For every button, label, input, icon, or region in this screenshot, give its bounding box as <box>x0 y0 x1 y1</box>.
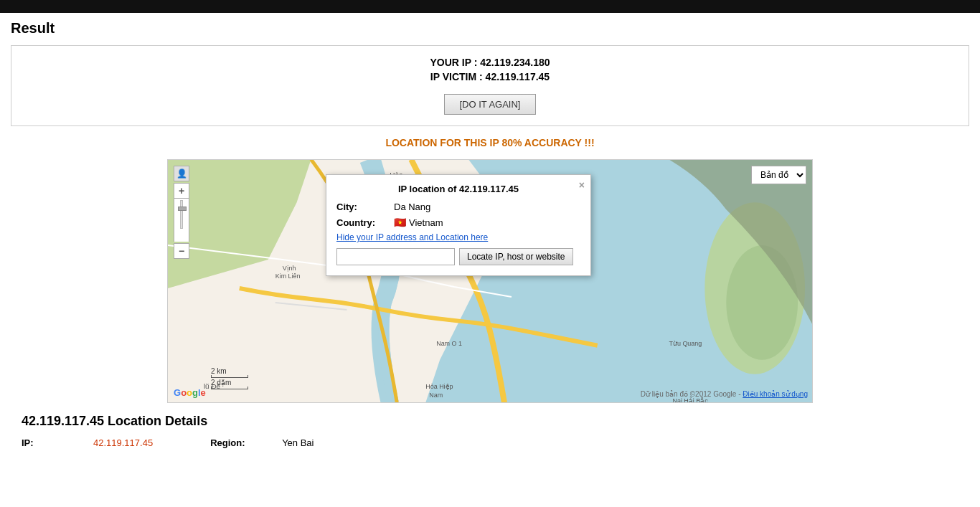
city-label: City: <box>336 202 394 212</box>
details-columns: IP: 42.119.117.45 Region: Yen Bai <box>22 437 958 448</box>
location-title: 42.119.117.45 Location Details <box>22 414 958 429</box>
svg-text:Hòa Hiệp: Hòa Hiệp <box>425 383 453 390</box>
details-col-right: Region: Yen Bai <box>210 437 314 448</box>
locate-row: Locate IP, host or website <box>336 248 580 265</box>
scale-m: 2 dặm <box>211 379 248 387</box>
hide-ip-link[interactable]: Hide your IP address and Location here <box>336 232 580 242</box>
svg-text:Nam: Nam <box>429 392 443 399</box>
map-scale: 2 km 2 dặm <box>211 367 248 389</box>
svg-text:Nam O 1: Nam O 1 <box>436 340 462 347</box>
scale-bar: 2 km 2 dặm <box>211 367 248 389</box>
your-ip-line: YOUR IP : 42.119.234.180 <box>22 57 958 68</box>
scale-line-km <box>211 375 248 378</box>
country-name: Vietnam <box>409 217 443 228</box>
map-type-select[interactable]: Bản đồ Vệ tinh <box>751 166 806 184</box>
flag-icon: 🇻🇳 <box>394 217 406 228</box>
map-type-control[interactable]: Bản đồ Vệ tinh <box>751 166 806 184</box>
country-label: Country: <box>336 217 394 228</box>
region-detail-value: Yen Bai <box>282 437 314 448</box>
top-bar <box>0 0 980 13</box>
zoom-slider[interactable] <box>174 199 189 242</box>
scale-km: 2 km <box>211 367 248 375</box>
popup-title: IP location of 42.119.117.45 <box>336 184 580 194</box>
popup-city-row: City: Da Nang <box>336 202 580 212</box>
map-container: Hòa Hiệp Bắc Vịnh Kim Liên lũ Đê Tần Nhy… <box>167 159 813 403</box>
locate-button[interactable]: Locate IP, host or website <box>459 248 573 265</box>
scale-line-m <box>211 387 248 389</box>
region-detail-label: Region: <box>210 437 268 448</box>
location-details: 42.119.117.45 Location Details IP: 42.11… <box>11 414 969 448</box>
zoom-in-button[interactable]: + <box>174 183 189 199</box>
svg-text:Kim Liên: Kim Liên <box>275 273 301 280</box>
accuracy-text: LOCATION FOR THIS IP 80% ACCURACY !!! <box>11 137 969 148</box>
info-popup: × IP location of 42.119.117.45 City: Da … <box>326 174 591 276</box>
zoom-man-icon[interactable]: 👤 <box>174 166 189 181</box>
zoom-out-button[interactable]: − <box>174 243 189 259</box>
result-box: YOUR IP : 42.119.234.180 IP VICTIM : 42.… <box>11 45 969 126</box>
victim-ip-line: IP VICTIM : 42.119.117.45 <box>22 71 958 82</box>
svg-text:Vịnh: Vịnh <box>283 265 296 272</box>
do-it-again-button[interactable]: [DO IT AGAIN] <box>444 94 535 115</box>
details-col-left: IP: 42.119.117.45 <box>22 437 153 448</box>
map-data-text: Dữ liệu bản đồ ©2012 Google <box>641 390 737 398</box>
city-value: Da Nang <box>394 202 430 212</box>
svg-text:Từu Quang: Từu Quang <box>669 340 702 347</box>
map-zoom-controls: 👤 + − <box>174 166 189 259</box>
map-credits: Dữ liệu bản đồ ©2012 Google - Điều khoản… <box>641 390 808 398</box>
locate-input[interactable] <box>336 248 455 265</box>
page-title: Result <box>11 20 969 37</box>
popup-close-button[interactable]: × <box>579 179 585 191</box>
google-logo: Google <box>174 387 206 398</box>
popup-country-row: Country: 🇻🇳 Vietnam <box>336 217 580 228</box>
ip-detail-value: 42.119.117.45 <box>93 437 153 448</box>
terms-link[interactable]: Điều khoản sử dụng <box>743 390 808 398</box>
main-content: Result YOUR IP : 42.119.234.180 IP VICTI… <box>0 13 980 455</box>
country-value: 🇻🇳 Vietnam <box>394 217 443 228</box>
ip-detail-label: IP: <box>22 437 79 448</box>
